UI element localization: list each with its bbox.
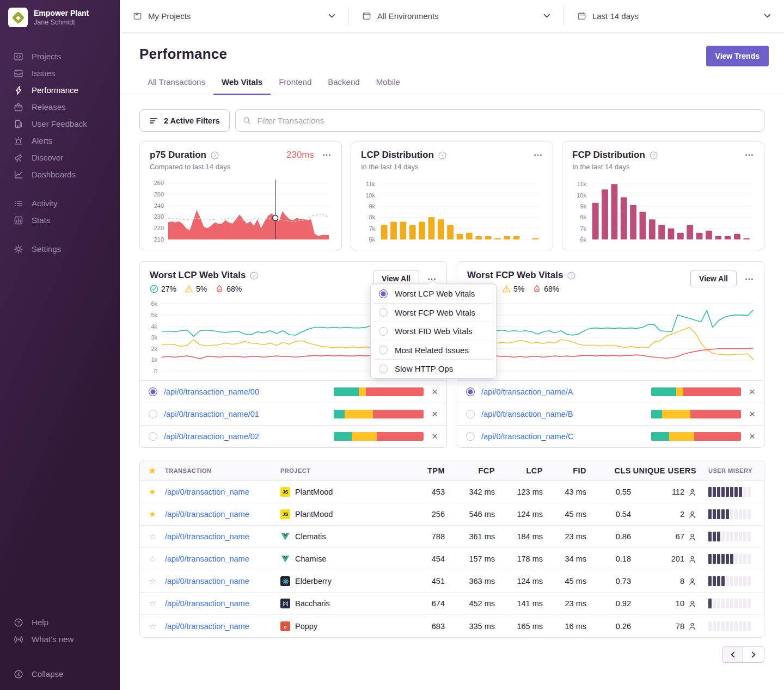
project-cell[interactable]: JSPlantMood xyxy=(280,487,407,497)
sidebar-item-alerts[interactable]: Alerts xyxy=(0,132,120,149)
radio-button[interactable] xyxy=(466,387,475,396)
project-cell[interactable]: JSPlantMood xyxy=(280,509,407,519)
page-title: Performance xyxy=(139,46,227,63)
close-icon[interactable]: × xyxy=(749,410,755,418)
sidebar-item-collapse[interactable]: Collapse xyxy=(0,666,120,682)
view-trends-button[interactable]: View Trends xyxy=(706,46,769,66)
project-selector[interactable]: My Projects xyxy=(120,0,348,32)
sidebar-item-help[interactable]: ?Help xyxy=(0,614,120,631)
question-icon[interactable]: ? xyxy=(650,151,658,159)
active-filters-button[interactable]: 2 Active Filters xyxy=(139,109,230,132)
radio-button[interactable] xyxy=(466,410,475,418)
tab-web-vitals[interactable]: Web Vitals xyxy=(213,74,271,95)
project-cell[interactable]: Chamise xyxy=(280,554,407,564)
question-icon[interactable]: ? xyxy=(567,272,575,280)
search-input[interactable] xyxy=(235,109,764,132)
sidebar-item-issues[interactable]: Issues xyxy=(0,65,120,82)
star-toggle[interactable]: ★ xyxy=(140,509,165,519)
menu-item-most-related-issues[interactable]: Most Related Issues xyxy=(371,341,496,360)
previous-page-button[interactable] xyxy=(722,646,743,663)
context-menu-icon[interactable] xyxy=(322,150,332,160)
transaction-link[interactable]: /api/0/transaction_name xyxy=(165,488,280,496)
close-icon[interactable]: × xyxy=(749,432,755,441)
project-cell[interactable]: ePoppy xyxy=(280,621,407,631)
sidebar-item-what-s-new[interactable]: What’s new xyxy=(0,631,120,648)
unique-users-value: 78 xyxy=(676,622,684,631)
transaction-link[interactable]: /api/0/transaction_name xyxy=(165,532,280,541)
fcp-value: 361 ms xyxy=(446,532,496,541)
close-icon[interactable]: × xyxy=(749,387,755,396)
unique-users-value: 2 xyxy=(680,510,684,519)
question-icon[interactable]: ? xyxy=(438,151,446,159)
user-misery-bar xyxy=(701,487,764,497)
unique-users-value: 201 xyxy=(671,555,684,563)
close-icon[interactable]: × xyxy=(432,410,438,418)
next-page-button[interactable] xyxy=(743,646,764,663)
star-toggle[interactable]: ☆ xyxy=(140,532,165,541)
transaction-link[interactable]: /api/0/transaction_name xyxy=(165,555,280,563)
radio-button[interactable] xyxy=(466,432,475,441)
question-icon[interactable]: ? xyxy=(211,151,219,159)
star-toggle[interactable]: ☆ xyxy=(140,621,165,631)
fid-value: 16 ms xyxy=(544,622,587,631)
question-icon[interactable]: ? xyxy=(250,272,258,280)
environment-selector[interactable]: All Environments xyxy=(349,0,564,32)
menu-item-worst-fid-web-vitals[interactable]: Worst FID Web Vitals xyxy=(371,322,496,341)
radio-button[interactable] xyxy=(149,410,157,418)
tab-all-transactions[interactable]: All Transactions xyxy=(139,74,213,95)
project-cell[interactable]: Baccharis xyxy=(280,599,407,608)
org-switcher[interactable]: Empower Plant Jane Schmidt xyxy=(0,0,120,35)
tab-mobile[interactable]: Mobile xyxy=(368,74,408,95)
star-toggle[interactable]: ☆ xyxy=(140,576,165,586)
date-range-selector[interactable]: Last 14 days xyxy=(564,0,784,32)
star-toggle[interactable]: ☆ xyxy=(140,554,165,564)
alerts-icon xyxy=(14,136,23,146)
tab-backend[interactable]: Backend xyxy=(320,74,367,95)
transaction-link[interactable]: /api/0/transaction_name/01 xyxy=(164,410,259,418)
sidebar-item-stats[interactable]: Stats xyxy=(0,212,120,229)
transaction-link[interactable]: /api/0/transaction_name/B xyxy=(481,410,573,418)
tab-frontend[interactable]: Frontend xyxy=(271,74,320,95)
close-icon[interactable]: × xyxy=(432,432,438,441)
sidebar-item-dashboards[interactable]: Dashboards xyxy=(0,166,120,183)
context-menu-icon[interactable] xyxy=(533,150,543,160)
transaction-link[interactable]: /api/0/transaction_name/02 xyxy=(164,432,259,441)
chevron-down-icon xyxy=(543,14,550,19)
col-fid: FID xyxy=(544,466,587,475)
transaction-link[interactable]: /api/0/transaction_name xyxy=(165,510,280,519)
transaction-link[interactable]: /api/0/transaction_name/C xyxy=(481,432,573,441)
help-icon: ? xyxy=(14,618,23,627)
sidebar-item-user-feedback[interactable]: User Feedback xyxy=(0,115,120,132)
sidebar-item-performance[interactable]: Performance xyxy=(0,82,120,98)
star-toggle[interactable]: ☆ xyxy=(140,599,165,608)
project-cell[interactable]: Elderberry xyxy=(280,576,407,586)
sidebar-item-projects[interactable]: Projects xyxy=(0,48,120,65)
menu-item-worst-lcp-web-vitals[interactable]: Worst LCP Web Vitals xyxy=(371,284,496,303)
transaction-link[interactable]: /api/0/transaction_name xyxy=(165,622,280,631)
lcp-distribution-chart: 6k7k8k9k10k11k xyxy=(361,176,543,243)
radio-button[interactable] xyxy=(149,432,157,441)
sidebar-item-activity[interactable]: Activity xyxy=(0,195,120,212)
person-icon xyxy=(688,622,696,630)
transaction-link[interactable]: /api/0/transaction_name/A xyxy=(481,387,573,396)
star-toggle[interactable]: ★ xyxy=(140,487,165,497)
cls-value: 0.92 xyxy=(587,599,632,608)
project-cell[interactable]: Clematis xyxy=(280,532,407,541)
transaction-link[interactable]: /api/0/transaction_name xyxy=(165,577,280,586)
radio-button[interactable] xyxy=(149,387,157,396)
svg-text:220: 220 xyxy=(154,225,164,231)
context-menu-icon[interactable] xyxy=(744,274,754,284)
close-icon[interactable]: × xyxy=(432,387,438,396)
star-column-icon[interactable]: ★ xyxy=(140,466,165,476)
menu-item-worst-fcp-web-vitals[interactable]: Worst FCP Web Vitals xyxy=(371,303,496,322)
sidebar-item-settings[interactable]: Settings xyxy=(0,241,120,257)
context-menu-icon[interactable] xyxy=(744,150,754,160)
transaction-link[interactable]: /api/0/transaction_name xyxy=(165,599,280,608)
view-all-button[interactable]: View All xyxy=(690,270,737,287)
sidebar-item-discover[interactable]: Discover xyxy=(0,149,120,166)
col-fcp: FCP xyxy=(446,466,496,475)
org-name: Empower Plant xyxy=(34,9,89,17)
transaction-link[interactable]: /api/0/transaction_name/00 xyxy=(164,387,259,396)
menu-item-slow-http-ops[interactable]: Slow HTTP Ops xyxy=(371,359,496,378)
sidebar-item-releases[interactable]: Releases xyxy=(0,98,120,115)
